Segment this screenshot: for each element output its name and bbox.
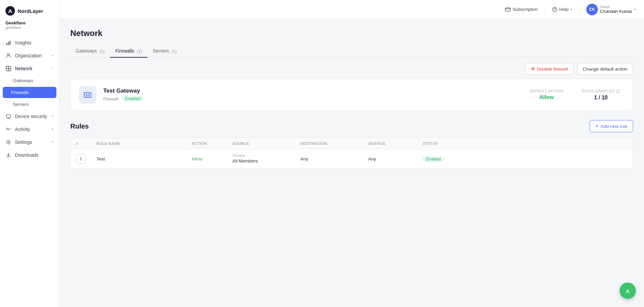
sidebar-item-organization-label: Organization (15, 53, 42, 58)
gateway-icon-box (79, 86, 96, 103)
page-content: Network Gateways (1) Firewalls (1) Serve… (59, 19, 644, 307)
org-icon (5, 53, 12, 59)
sidebar-item-network[interactable]: Network − (0, 62, 59, 75)
sidebar-item-gateways[interactable]: Gateways (0, 75, 59, 86)
svg-rect-8 (505, 8, 510, 11)
svg-rect-6 (6, 115, 11, 118)
tab-firewalls[interactable]: Firewalls (1) (110, 45, 147, 58)
disable-firewall-button[interactable]: ✕ Disable firewall (525, 63, 574, 75)
info-icon (616, 89, 620, 93)
change-default-label: Change default action (583, 66, 627, 72)
svg-rect-3 (10, 41, 11, 45)
col-rule-name: RULE NAME (96, 141, 192, 146)
col-source: SOURCE (232, 141, 300, 146)
sidebar-logo: NordLayer (0, 0, 59, 19)
sidebar-item-servers[interactable]: Servers (0, 99, 59, 110)
download-icon (5, 152, 12, 158)
actions-bar: ✕ Disable firewall Change default action (70, 58, 633, 79)
network-expand-icon: − (51, 66, 54, 71)
disable-firewall-label: Disable firewall (537, 66, 568, 72)
logo-text: NordLayer (18, 8, 43, 14)
rule-num: 1 (76, 154, 96, 164)
change-default-action-button[interactable]: Change default action (577, 63, 633, 75)
user-chevron-icon: ▾ (634, 7, 636, 11)
tabs: Gateways (1) Firewalls (1) Servers (1) (70, 45, 633, 58)
tab-firewalls-label: Firewalls (115, 48, 134, 54)
rules-enabled-label: RULES ENABLED (582, 89, 621, 93)
rule-name: Test (96, 156, 192, 161)
tab-gateways-count: (1) (100, 49, 105, 54)
settings-expand-icon: + (51, 140, 54, 145)
rule-num-box: 1 (76, 154, 86, 164)
sidebar-item-insights[interactable]: Insights (0, 36, 59, 49)
org-name: Geekflare (5, 20, 54, 25)
sidebar-item-downloads-label: Downloads (15, 152, 38, 158)
topbar: Subscription Help ▾ CK Owner Chandan Kum… (59, 0, 644, 19)
col-service: SERVICE (368, 141, 423, 146)
rule-action: Allow (192, 156, 232, 161)
sidebar-item-settings-label: Settings (15, 139, 32, 145)
rule-source-container: TEAMS: All Members (232, 154, 300, 164)
sidebar-item-insights-label: Insights (15, 40, 31, 45)
sidebar-item-device-security[interactable]: Device security + (0, 110, 59, 123)
device-expand-icon: + (51, 114, 54, 119)
gateway-meta: Firewall Enabled (103, 96, 516, 102)
chat-fab-button[interactable] (620, 283, 636, 299)
gateway-default-action: DEFAULT ACTION Allow (523, 89, 570, 100)
help-button[interactable]: Help ▾ (552, 7, 573, 12)
svg-point-15 (618, 90, 618, 90)
table-row[interactable]: 1 Test Allow TEAMS: All Members Any Any … (71, 149, 633, 168)
gateway-icon (83, 90, 92, 99)
user-role: Owner (600, 5, 632, 9)
add-rule-label: Add new rule (601, 124, 627, 129)
rules-title: Rules (70, 122, 89, 130)
gateway-status-badge: Enabled (122, 96, 144, 102)
source-value: All Members (232, 158, 300, 164)
gateway-info: Test Gateway Firewall Enabled (103, 88, 516, 102)
subscription-icon (505, 7, 511, 12)
svg-rect-13 (86, 96, 90, 96)
tab-servers[interactable]: Servers (1) (147, 45, 182, 58)
gateway-rules-enabled: RULES ENABLED 1 / 10 (577, 89, 625, 101)
svg-rect-12 (86, 94, 87, 95)
tab-gateways-label: Gateways (76, 48, 97, 54)
x-icon: ✕ (531, 66, 535, 72)
settings-icon (5, 139, 12, 145)
sidebar-item-settings[interactable]: Settings + (0, 136, 59, 149)
sidebar: NordLayer Geekflare geekflare Insights O… (0, 0, 59, 307)
help-chevron-icon: ▾ (571, 7, 572, 11)
svg-rect-2 (8, 42, 9, 45)
firewalls-label: Firewalls (11, 90, 29, 95)
subscription-button[interactable]: Subscription (505, 7, 538, 12)
page-title: Network (70, 28, 633, 38)
svg-rect-1 (6, 43, 7, 45)
svg-rect-11 (84, 93, 91, 97)
user-info: Owner Chandan Kumar (600, 5, 632, 14)
svg-point-7 (8, 141, 10, 143)
plus-icon: + (595, 123, 598, 129)
topbar-divider (545, 6, 545, 13)
help-label: Help (559, 7, 569, 12)
rule-status-badge: Enabled (423, 156, 444, 162)
chart-icon (5, 40, 12, 46)
sidebar-item-firewalls[interactable]: Firewalls (3, 87, 56, 98)
nordlayer-fab-icon (623, 286, 632, 295)
sidebar-nav: Insights Organization + Network − Gatewa… (0, 35, 59, 307)
gateway-card: Test Gateway Firewall Enabled DEFAULT AC… (70, 79, 633, 111)
rule-destination: Any (300, 156, 368, 161)
sidebar-item-downloads[interactable]: Downloads (0, 149, 59, 161)
rule-status: Enabled (423, 156, 477, 161)
gateway-name: Test Gateway (103, 88, 516, 94)
network-icon (5, 65, 12, 72)
sidebar-item-activity[interactable]: Activity + (0, 123, 59, 136)
sidebar-item-network-label: Network (15, 66, 32, 71)
sidebar-item-organization[interactable]: Organization + (0, 49, 59, 62)
tab-gateways[interactable]: Gateways (1) (70, 45, 110, 58)
subscription-label: Subscription (513, 7, 538, 12)
main-content: Subscription Help ▾ CK Owner Chandan Kum… (59, 0, 644, 307)
tab-servers-count: (1) (172, 49, 177, 54)
activity-icon (5, 126, 12, 132)
rules-header: Rules + Add new rule (70, 120, 633, 132)
user-menu[interactable]: CK Owner Chandan Kumar ▾ (586, 4, 636, 15)
add-new-rule-button[interactable]: + Add new rule (590, 120, 633, 132)
